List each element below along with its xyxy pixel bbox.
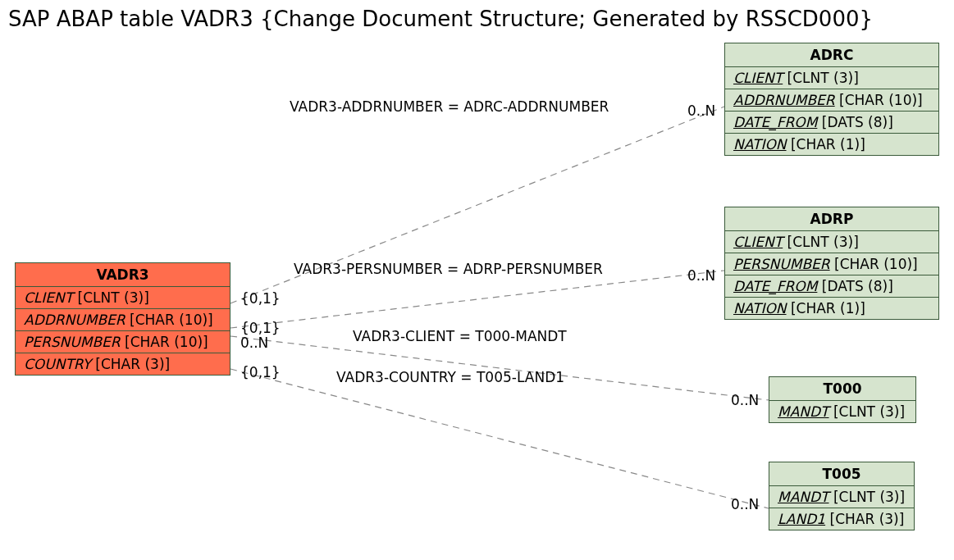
entity-t000-header: T000 [769,377,915,401]
relation-label: VADR3-PERSNUMBER = ADRP-PERSNUMBER [294,261,603,277]
cardinality: 0..N [731,392,759,408]
entity-vadr3: VADR3 CLIENT [CLNT (3)] ADDRNUMBER [CHAR… [15,262,231,376]
entity-adrc-field: ADDRNUMBER [CHAR (10)] [725,89,938,112]
entity-t005-header: T005 [769,462,914,486]
entity-adrc: ADRC CLIENT [CLNT (3)] ADDRNUMBER [CHAR … [724,43,939,156]
entity-t000-field: MANDT [CLNT (3)] [769,401,915,422]
cardinality: {0,1} [240,364,281,380]
entity-adrc-header: ADRC [725,43,938,67]
entity-t005-field: LAND1 [CHAR (3)] [769,508,914,530]
entity-t005: T005 MANDT [CLNT (3)] LAND1 [CHAR (3)] [769,462,915,530]
entity-adrc-field: DATE_FROM [DATS (8)] [725,112,938,134]
cardinality: 0..N [687,102,715,119]
relation-label: VADR3-ADDRNUMBER = ADRC-ADDRNUMBER [290,98,609,115]
entity-t005-field: MANDT [CLNT (3)] [769,486,914,508]
svg-line-3 [231,369,769,508]
entity-vadr3-field: CLIENT [CLNT (3)] [16,287,230,309]
cardinality: 0..N [731,496,759,512]
entity-vadr3-field: ADDRNUMBER [CHAR (10)] [16,309,230,331]
entity-vadr3-field: COUNTRY [CHAR (3)] [16,353,230,375]
svg-line-2 [231,336,769,400]
cardinality: {0,1} [240,320,281,336]
diagram-title: SAP ABAP table VADR3 {Change Document St… [8,7,873,31]
entity-adrp-field: DATE_FROM [DATS (8)] [725,275,938,298]
entity-t000: T000 MANDT [CLNT (3)] [769,376,916,423]
entity-vadr3-field: PERSNUMBER [CHAR (10)] [16,331,230,353]
cardinality: 0..N [240,335,268,351]
entity-adrc-field: CLIENT [CLNT (3)] [725,67,938,89]
relation-label: VADR3-CLIENT = T000-MANDT [353,328,567,344]
entity-adrp-field: NATION [CHAR (1)] [725,298,938,319]
cardinality: {0,1} [240,290,281,307]
entity-adrp-field: PERSNUMBER [CHAR (10)] [725,253,938,275]
svg-line-1 [231,271,724,328]
cardinality: 0..N [687,267,715,284]
entity-adrp: ADRP CLIENT [CLNT (3)] PERSNUMBER [CHAR … [724,207,939,320]
entity-adrp-field: CLIENT [CLNT (3)] [725,231,938,253]
entity-vadr3-header: VADR3 [16,263,230,287]
entity-adrp-header: ADRP [725,207,938,231]
entity-adrc-field: NATION [CHAR (1)] [725,134,938,155]
relation-label: VADR3-COUNTRY = T005-LAND1 [336,369,564,385]
